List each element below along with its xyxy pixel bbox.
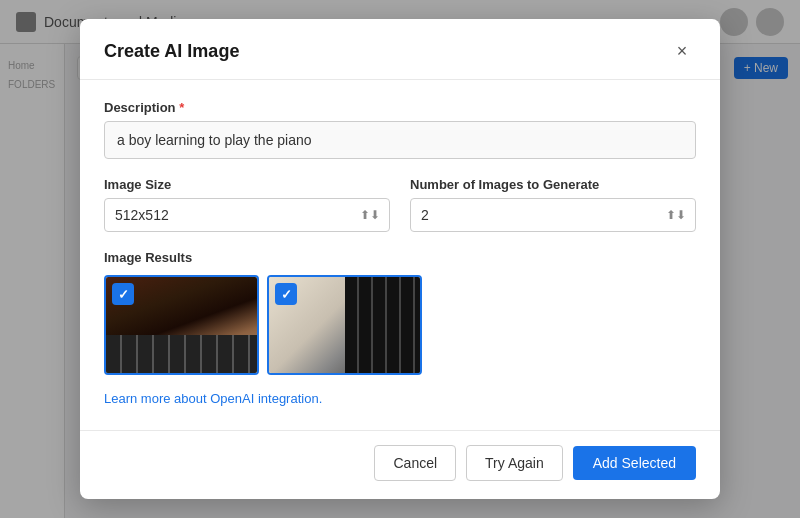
cancel-button[interactable]: Cancel [374, 445, 456, 481]
check-badge-2: ✓ [275, 283, 297, 305]
num-images-group: Number of Images to Generate 1 2 3 4 ⬆⬇ [410, 177, 696, 232]
image-size-label: Image Size [104, 177, 390, 192]
image-size-group: Image Size 256x256 512x512 1024x1024 ⬆⬇ [104, 177, 390, 232]
try-again-button[interactable]: Try Again [466, 445, 563, 481]
modal-body: Description * Image Size 256x256 512x512… [80, 80, 720, 430]
required-indicator: * [179, 100, 184, 115]
image-thumb-1[interactable]: ✓ [104, 275, 259, 375]
image-results-label: Image Results [104, 250, 696, 265]
modal-footer: Cancel Try Again Add Selected [80, 430, 720, 499]
image-results-grid: ✓ ✓ [104, 275, 696, 375]
image-size-wrapper: 256x256 512x512 1024x1024 ⬆⬇ [104, 198, 390, 232]
num-images-wrapper: 1 2 3 4 ⬆⬇ [410, 198, 696, 232]
create-ai-image-modal: Create AI Image × Description * Image Si… [80, 19, 720, 499]
image-thumb-2[interactable]: ✓ [267, 275, 422, 375]
openai-link[interactable]: Learn more about OpenAI integration. [104, 391, 696, 406]
num-images-label: Number of Images to Generate [410, 177, 696, 192]
add-selected-button[interactable]: Add Selected [573, 446, 696, 480]
modal-overlay: Create AI Image × Description * Image Si… [0, 0, 800, 518]
modal-header: Create AI Image × [80, 19, 720, 80]
check-badge-1: ✓ [112, 283, 134, 305]
description-label: Description * [104, 100, 696, 115]
close-button[interactable]: × [668, 37, 696, 65]
modal-title: Create AI Image [104, 41, 239, 62]
image-size-select[interactable]: 256x256 512x512 1024x1024 [104, 198, 390, 232]
num-images-select[interactable]: 1 2 3 4 [410, 198, 696, 232]
description-input[interactable] [104, 121, 696, 159]
size-count-row: Image Size 256x256 512x512 1024x1024 ⬆⬇ … [104, 177, 696, 232]
